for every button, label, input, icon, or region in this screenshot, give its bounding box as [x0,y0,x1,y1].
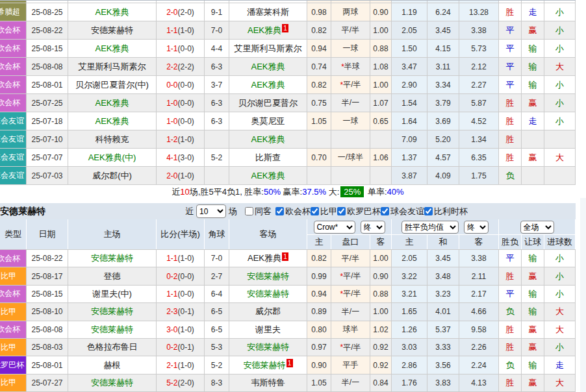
summary-segment: 40% [387,187,404,197]
away-team: 安德莱赫特 [229,286,307,302]
euro-home-odds: 1.37 [392,149,427,166]
handicap-result: 走 [522,3,544,21]
match-result: 平 [499,21,522,39]
asterisk-marker: * [341,62,344,71]
euro-time-select[interactable]: 终 [464,221,489,234]
clipped-cell [307,1,331,3]
half-time-score: (0-1) [178,307,194,316]
league-badge-label: 球会友谊 [0,134,26,145]
handicap-time-select[interactable]: 终 [361,221,385,234]
ah-line: *平/半 [331,76,370,93]
handicap-result [522,130,544,148]
euro-away-odds: 1.34 [459,130,499,148]
filter-checkbox[interactable] [311,207,319,215]
handicap-result: 赢 [522,374,544,391]
league-badge: 欧会杯 [0,21,27,39]
full-time-score: 3-0 [166,325,177,334]
match-result: 胜 [499,321,522,338]
table-row: 比甲25-08-10安德莱赫特2-3(0-1)6-5威尔郡0.89半/一1.00… [0,303,576,321]
full-time-score: 2-0 [166,171,177,180]
league-badge-label: 欧会杯 [0,25,26,36]
league-badge-label: 球会友谊 [0,170,26,181]
euro-away-odds: 2.11 [459,267,499,284]
euro-average-select[interactable]: 胜平负均值 [401,221,459,234]
match-date: 25-08-01 [27,76,68,93]
table-row: 欧会杯25-08-15AEK雅典1-1(0-0)4-4艾里斯利马斯素尔0.94一… [0,40,576,58]
league-badge: 球会友谊 [0,149,27,166]
table-row: 球会友谊25-07-18AEK雅典1-0(0-0)6-3奥莫尼亚1.05一球0.… [0,112,576,130]
match-result: 胜 [499,374,522,391]
score: 0-2(0-0) [157,267,205,284]
half-time-score: (1-0) [178,254,194,263]
league-badge-label: 欧会杯 [0,61,26,72]
corner-score: 6-3 [205,94,229,112]
subcol-ah-home: 主 [307,235,331,249]
ah-line: 一/球半 [331,149,370,166]
ah-line: 球半 [331,321,370,338]
team-name: 贝尔谢巴夏普尔 [238,97,298,109]
goals-result: 小 [544,21,576,39]
away-team: AEK雅典 [229,130,307,148]
filter-checkbox[interactable] [275,207,284,215]
ah-line [331,130,370,148]
euro-away-odds: 3.38 [459,21,499,39]
away-team: 安德莱赫特 [229,267,307,284]
euro-draw-odds: 3.33 [427,339,459,356]
away-team: 比斯查 [229,149,307,166]
full-time-score: 1-1 [166,44,177,53]
team-name: AEK雅典 [95,6,129,18]
team-name: 潘塞莱科斯 [247,6,289,18]
filter-option: 球会友谊 [381,206,424,217]
league-badge: 欧会杯 [0,76,27,93]
subcol-eu-away: 客 [459,235,499,249]
odds-selects-row: Crow* 终 胜平负均值 终 全场 [307,219,576,235]
full-match-select[interactable]: 全场 [520,221,554,234]
home-team: AEK雅典 [68,94,157,112]
ah-home-odds: 1.05 [307,374,331,391]
ah-line: *平/半 [331,339,370,356]
euro-draw-odds: 3.56 [427,356,459,373]
result-scope-group: 全场 [499,219,576,234]
league-badge-label: 球会友谊 [0,116,26,127]
match-result: 胜 [499,267,522,284]
ah-away-odds: 1.08 [370,58,392,75]
score: 5-2(2-0) [157,374,205,391]
ah-away-odds: 1.07 [370,94,392,112]
table-row: 欧会杯25-08-15谢里夫(中)1-1(0-0)6-4安德莱赫特0.94*平/… [0,286,576,303]
anderlecht-history-table: 欧会杯25-08-22安德莱赫特1-1(1-0)7-0AEK雅典10.82平/半… [0,250,576,392]
anderlecht-table-header: 类型 日期 主场 比分(半场) 角球 客场 Crow* 终 胜平负均值 终 全场… [0,219,576,250]
ah-line: 半/一 [331,374,370,391]
filter-option-label: 球会友谊 [390,206,424,217]
team-name: 赫根 [104,360,121,371]
team-name: 安德莱赫特 [91,252,133,264]
odds-company-select[interactable]: Crow* [314,221,355,234]
goals-result: 大 [544,374,576,391]
team-name: AEK雅典 [248,252,281,264]
euro-home-odds: 1.76 [392,374,427,391]
match-stats-page: 希腊超25-08-25AEK雅典2-0(2-0)9-1潘塞莱科斯0.98两球0.… [0,0,586,392]
odds-header-area: Crow* 终 胜平负均值 终 全场 主 盘口 客 主 和 客 胜负 让球 [307,219,576,249]
team-name: 威尔郡 [255,306,281,317]
team-name: 色格拉布鲁日 [87,341,138,353]
score: 1-0(0-0) [157,112,205,130]
euro-home-odds: 1.50 [392,40,427,57]
filter-checkbox[interactable] [337,207,346,215]
goals-result [544,167,576,184]
goals-result: 大 [544,149,576,166]
score: 2-3(0-1) [157,303,205,320]
filter-checkbox[interactable] [245,207,253,215]
ah-home-odds: 0.94 [307,286,331,302]
ah-away-odds: 1.00 [370,21,392,39]
goals-result: 小 [544,267,576,284]
clipped-cell [544,1,576,3]
recent-count-select[interactable]: 10 [196,204,226,218]
clipped-cell [331,1,370,3]
team-name: 贝尔谢巴夏普尔(中) [75,79,149,91]
match-date: 25-07-03 [27,167,68,184]
filter-option: 欧罗巴杯 [337,206,381,217]
ah-home-odds: 0.82 [307,76,331,93]
scrollbar-track[interactable] [580,198,586,392]
filter-checkbox[interactable] [424,207,433,215]
filter-checkbox[interactable] [381,207,389,215]
away-team: 奥莫尼亚 [229,112,307,130]
